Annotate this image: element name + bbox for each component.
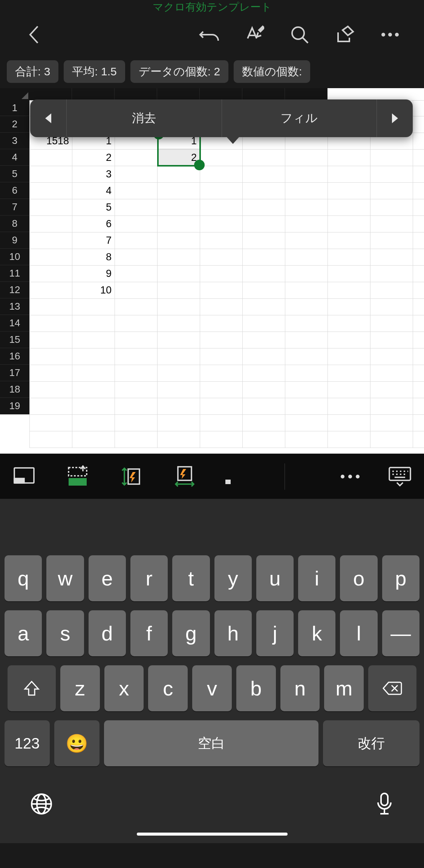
- key-c[interactable]: c: [148, 665, 188, 711]
- row-6[interactable]: 6: [0, 182, 29, 199]
- cell-B12[interactable]: 10: [72, 282, 115, 299]
- cell-B11[interactable]: 9: [72, 266, 115, 282]
- cell-D4[interactable]: 2: [158, 150, 200, 166]
- key-g[interactable]: g: [172, 610, 210, 656]
- sort-vertical-button[interactable]: [118, 463, 145, 490]
- key-backspace[interactable]: [368, 665, 416, 711]
- key-y[interactable]: y: [214, 555, 252, 601]
- key-r[interactable]: r: [130, 555, 168, 601]
- row-2[interactable]: 2: [0, 116, 29, 133]
- ctx-clear[interactable]: 消去: [66, 99, 222, 137]
- key-n[interactable]: n: [280, 665, 320, 711]
- card-view-button[interactable]: [11, 463, 38, 490]
- stat-count[interactable]: データの個数: 2: [130, 60, 228, 83]
- search-button[interactable]: [277, 20, 322, 50]
- more-button[interactable]: [367, 20, 413, 50]
- key-s[interactable]: s: [46, 610, 84, 656]
- key-p[interactable]: p: [382, 555, 419, 601]
- col-D[interactable]: [157, 88, 200, 100]
- key-123[interactable]: 123: [5, 720, 50, 766]
- row-9[interactable]: 9: [0, 232, 29, 249]
- key-emoji[interactable]: 😀: [54, 720, 99, 766]
- selection-handle-br[interactable]: [194, 160, 205, 170]
- row-19[interactable]: 19: [0, 398, 29, 414]
- key-shift[interactable]: [8, 665, 56, 711]
- key-o[interactable]: o: [340, 555, 377, 601]
- key-dash[interactable]: —: [382, 610, 419, 656]
- undo-button[interactable]: [187, 20, 232, 50]
- key-v[interactable]: v: [192, 665, 232, 711]
- row-13[interactable]: 13: [0, 298, 29, 315]
- key-m[interactable]: m: [324, 665, 364, 711]
- row-14[interactable]: 14: [0, 315, 29, 332]
- key-l[interactable]: l: [340, 610, 377, 656]
- share-button[interactable]: [322, 20, 367, 50]
- row-5[interactable]: 5: [0, 166, 29, 182]
- col-G[interactable]: [285, 88, 328, 100]
- key-k[interactable]: k: [298, 610, 335, 656]
- row-4[interactable]: 4: [0, 149, 29, 166]
- row-17[interactable]: 17: [0, 365, 29, 381]
- row-10[interactable]: 10: [0, 249, 29, 265]
- key-w[interactable]: w: [46, 555, 84, 601]
- key-f[interactable]: f: [130, 610, 168, 656]
- stat-ncount[interactable]: 数値の個数:: [234, 60, 310, 83]
- back-button[interactable]: [11, 20, 57, 50]
- format-button[interactable]: [232, 20, 277, 50]
- key-u[interactable]: u: [256, 555, 294, 601]
- cell-B8[interactable]: 6: [72, 216, 115, 232]
- ctx-next-button[interactable]: [377, 99, 413, 137]
- more-icon: [381, 32, 399, 37]
- row-7[interactable]: 7: [0, 199, 29, 215]
- row-8[interactable]: 8: [0, 215, 29, 232]
- key-e[interactable]: e: [89, 555, 126, 601]
- row-15[interactable]: 15: [0, 332, 29, 348]
- key-b[interactable]: b: [236, 665, 276, 711]
- row-16[interactable]: 16: [0, 348, 29, 365]
- row-12[interactable]: 12: [0, 282, 29, 298]
- key-d[interactable]: d: [89, 610, 126, 656]
- cell-B5[interactable]: 3: [72, 166, 115, 183]
- ctx-fill[interactable]: フィル: [222, 99, 377, 137]
- sort-horizontal-button[interactable]: [171, 463, 198, 490]
- mic-icon: [375, 792, 394, 816]
- cell-B7[interactable]: 5: [72, 199, 115, 216]
- key-j[interactable]: j: [256, 610, 294, 656]
- spreadsheet-grid[interactable]: 1 2 3 4 5 6 7 8 9 10 11 12 13 14 15 16 1…: [0, 88, 424, 454]
- key-x[interactable]: x: [104, 665, 144, 711]
- stat-sum[interactable]: 合計: 3: [7, 60, 58, 83]
- chevron-left-icon: [27, 25, 41, 44]
- key-a[interactable]: a: [5, 610, 42, 656]
- cell-B6[interactable]: 4: [72, 183, 115, 199]
- row-18[interactable]: 18: [0, 381, 29, 398]
- home-indicator[interactable]: [0, 829, 424, 843]
- col-F[interactable]: [242, 88, 285, 100]
- svg-point-0: [292, 27, 304, 39]
- insert-row-button[interactable]: [64, 463, 91, 490]
- globe-button[interactable]: [30, 793, 53, 817]
- stat-avg[interactable]: 平均: 1.5: [64, 60, 125, 83]
- key-t[interactable]: t: [172, 555, 210, 601]
- col-B[interactable]: [72, 88, 115, 100]
- key-i[interactable]: i: [298, 555, 335, 601]
- grid-body[interactable]: 151811 22 3 4 5 6 7 8 9 10: [29, 100, 424, 454]
- col-E[interactable]: [200, 88, 242, 100]
- mic-button[interactable]: [375, 792, 394, 818]
- row-3[interactable]: 3: [0, 133, 29, 149]
- row-1[interactable]: 1: [0, 100, 29, 116]
- row-11[interactable]: 11: [0, 265, 29, 282]
- cell-B10[interactable]: 8: [72, 249, 115, 266]
- select-all-corner[interactable]: [0, 88, 29, 100]
- key-enter[interactable]: 改行: [323, 720, 419, 766]
- more-actions-button[interactable]: [337, 463, 364, 490]
- hide-keyboard-button[interactable]: [386, 463, 413, 490]
- key-z[interactable]: z: [60, 665, 100, 711]
- col-C[interactable]: [115, 88, 157, 100]
- cell-B9[interactable]: 7: [72, 232, 115, 249]
- key-q[interactable]: q: [5, 555, 42, 601]
- key-h[interactable]: h: [214, 610, 252, 656]
- ctx-prev-button[interactable]: [30, 99, 66, 137]
- key-space[interactable]: 空白: [104, 720, 318, 766]
- col-A[interactable]: [29, 88, 72, 100]
- cell-B4[interactable]: 2: [72, 150, 115, 166]
